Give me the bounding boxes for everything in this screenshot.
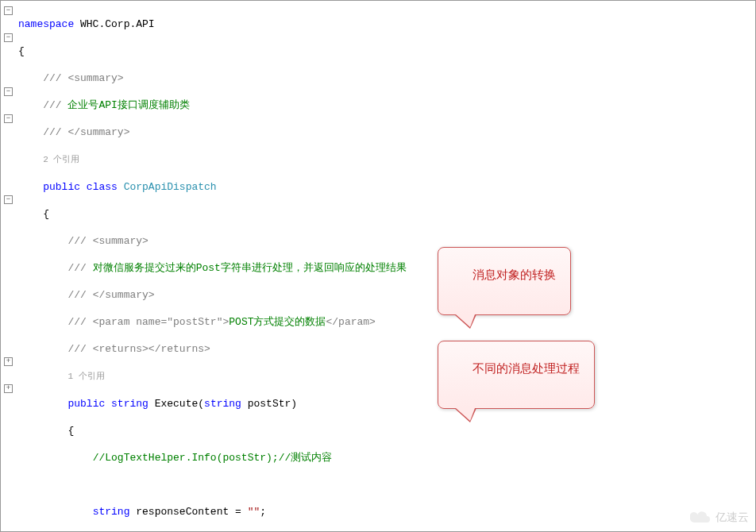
class-name: CorpApiDispatch: [124, 181, 217, 193]
doc-slashes: ///: [68, 316, 92, 328]
doc-slashes: ///: [43, 99, 68, 111]
param-type: string: [204, 398, 241, 410]
keyword-public: public: [43, 181, 80, 193]
namespace-name: WHC.Corp.API: [74, 18, 154, 30]
doc-slashes: ///: [68, 343, 92, 355]
param-text: POST方式提交的数据: [229, 316, 326, 328]
doc-slashes: ///: [68, 235, 92, 247]
fold-toggle-methoddoc[interactable]: −: [4, 114, 13, 123]
callout-message-process: 不同的消息处理过程: [438, 341, 595, 409]
keyword-class: class: [80, 181, 124, 193]
fold-toggle-region1[interactable]: +: [4, 357, 13, 366]
code-content[interactable]: namespace WHC.Corp.API { /// <summary> /…: [17, 1, 755, 531]
method-summary-text: 对微信服务提交过来的Post字符串进行处理，并返回响应的处理结果: [93, 262, 407, 274]
brace: {: [43, 208, 49, 220]
callout-text: 消息对象的转换: [472, 268, 556, 281]
doc-slashes: ///: [43, 126, 68, 138]
paren-open: (: [198, 398, 204, 410]
param-open: <param name="postStr">: [93, 316, 230, 328]
keyword-public: public: [68, 398, 105, 410]
var-name: responseContent =: [129, 506, 247, 518]
doc-slashes: ///: [68, 262, 92, 274]
keyword-namespace: namespace: [18, 18, 74, 30]
callout-text: 不同的消息处理过程: [472, 361, 580, 375]
fold-toggle-method[interactable]: −: [4, 195, 13, 204]
doc-slashes: ///: [68, 289, 92, 301]
code-editor: − − − − − + + namespace WHC.Corp.API { /…: [1, 1, 755, 531]
summary-close: </summary>: [93, 289, 155, 301]
fold-toggle-region2[interactable]: +: [4, 384, 13, 393]
summary-open: <summary>: [93, 235, 148, 247]
summary-open: <summary>: [68, 72, 123, 84]
fold-gutter: − − − − − + +: [1, 1, 17, 531]
codelens-refs-method[interactable]: 1 个引用: [68, 372, 104, 381]
string-literal: "": [248, 506, 260, 518]
param-close: </param>: [326, 316, 376, 328]
fold-toggle-namespace[interactable]: −: [4, 6, 13, 15]
var-type: string: [93, 506, 130, 518]
callout-tail-icon: [454, 408, 476, 422]
doc-slashes: ///: [43, 72, 68, 84]
summary-close: </summary>: [68, 126, 129, 138]
returns-tag: <returns></returns>: [93, 343, 210, 355]
callout-object-convert: 消息对象的转换: [438, 247, 571, 315]
method-name: Execute: [148, 398, 198, 410]
semicolon: ;: [260, 506, 266, 518]
brace: {: [18, 44, 755, 58]
keyword-string: string: [105, 398, 148, 410]
fold-toggle-classdoc[interactable]: −: [4, 33, 13, 42]
fold-toggle-class[interactable]: −: [4, 87, 13, 96]
param-name: postStr: [241, 398, 291, 410]
brace: {: [68, 425, 74, 437]
log-comment: //LogTextHelper.Info(postStr);//测试内容: [93, 452, 333, 464]
class-summary-text: 企业号API接口调度辅助类: [68, 99, 189, 111]
paren-close: ): [291, 398, 297, 410]
callout-tail-icon: [454, 314, 476, 329]
codelens-refs-class[interactable]: 2 个引用: [43, 155, 79, 164]
